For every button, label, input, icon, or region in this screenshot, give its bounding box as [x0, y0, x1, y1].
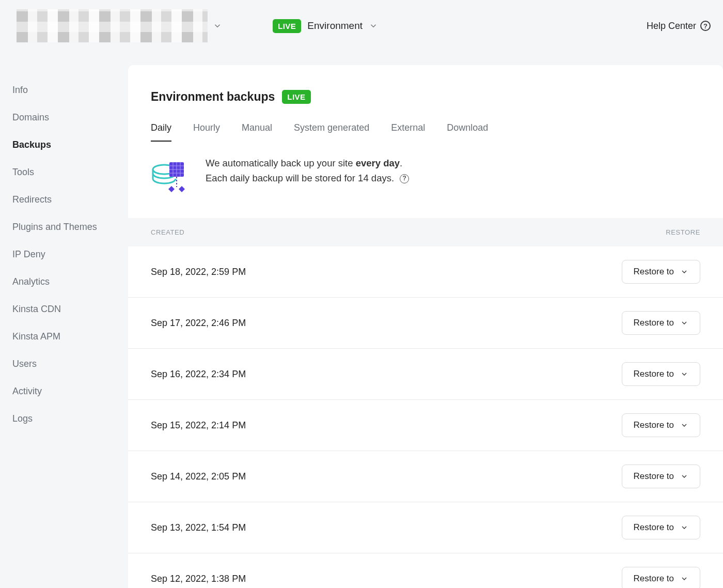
- environment-label: Environment: [307, 20, 363, 32]
- chevron-down-icon: [680, 268, 688, 276]
- sidebar: InfoDomainsBackupsToolsRedirectsPlugins …: [0, 52, 128, 588]
- live-badge: LIVE: [273, 19, 301, 33]
- backup-created: Sep 14, 2022, 2:05 PM: [151, 471, 246, 482]
- backup-created: Sep 15, 2022, 2:14 PM: [151, 420, 246, 431]
- help-icon: ?: [700, 21, 711, 31]
- chevron-down-icon: [680, 523, 688, 532]
- backup-created: Sep 13, 2022, 1:54 PM: [151, 522, 246, 533]
- table-row: Sep 16, 2022, 2:34 PMRestore to: [128, 349, 723, 400]
- help-center-label: Help Center: [647, 21, 696, 32]
- environment-switcher[interactable]: LIVE Environment: [273, 19, 378, 33]
- sidebar-item-info[interactable]: Info: [12, 76, 128, 104]
- backup-created: Sep 18, 2022, 2:59 PM: [151, 267, 246, 277]
- restore-to-button[interactable]: Restore to: [622, 567, 700, 588]
- sidebar-item-users[interactable]: Users: [12, 350, 128, 378]
- table-row: Sep 14, 2022, 2:05 PMRestore to: [128, 451, 723, 502]
- restore-button-label: Restore to: [634, 471, 674, 482]
- site-name-redacted: [17, 9, 208, 42]
- restore-button-label: Restore to: [634, 574, 674, 584]
- backups-table: CREATED RESTORE Sep 18, 2022, 2:59 PMRes…: [128, 218, 723, 588]
- restore-button-label: Restore to: [634, 267, 674, 277]
- site-switcher[interactable]: [12, 4, 226, 48]
- tabs: DailyHourlyManualSystem generatedExterna…: [151, 122, 700, 142]
- backup-created: Sep 12, 2022, 1:38 PM: [151, 574, 246, 584]
- sidebar-item-apm[interactable]: Kinsta APM: [12, 323, 128, 350]
- live-badge: LIVE: [282, 90, 310, 104]
- help-icon[interactable]: ?: [400, 174, 409, 183]
- restore-to-button[interactable]: Restore to: [622, 465, 700, 488]
- sidebar-item-ipdeny[interactable]: IP Deny: [12, 241, 128, 268]
- info-line1-bold: every day: [356, 158, 400, 168]
- chevron-down-icon: [369, 21, 378, 30]
- chevron-down-icon: [680, 472, 688, 481]
- tab-system-generated[interactable]: System generated: [294, 122, 369, 142]
- info-line1-prefix: We automatically back up your site: [206, 158, 356, 168]
- sidebar-item-activity[interactable]: Activity: [12, 378, 128, 405]
- tab-hourly[interactable]: Hourly: [193, 122, 220, 142]
- chevron-down-icon: [680, 575, 688, 583]
- restore-to-button[interactable]: Restore to: [622, 311, 700, 335]
- info-text: We automatically back up your site every…: [206, 156, 409, 185]
- sidebar-item-logs[interactable]: Logs: [12, 405, 128, 432]
- svg-marker-11: [179, 186, 185, 192]
- restore-to-button[interactable]: Restore to: [622, 362, 700, 386]
- restore-button-label: Restore to: [634, 522, 674, 533]
- page-title: Environment backups: [151, 90, 275, 104]
- sidebar-item-cdn[interactable]: Kinsta CDN: [12, 296, 128, 323]
- table-row: Sep 13, 2022, 1:54 PMRestore to: [128, 502, 723, 553]
- tab-manual[interactable]: Manual: [242, 122, 272, 142]
- tab-external[interactable]: External: [391, 122, 425, 142]
- svg-marker-10: [168, 186, 175, 192]
- chevron-down-icon: [213, 21, 222, 30]
- top-bar: LIVE Environment Help Center ?: [0, 0, 723, 52]
- tab-daily[interactable]: Daily: [151, 122, 171, 142]
- restore-button-label: Restore to: [634, 318, 674, 328]
- chevron-down-icon: [680, 370, 688, 378]
- col-created: CREATED: [151, 228, 184, 236]
- restore-button-label: Restore to: [634, 369, 674, 379]
- sidebar-item-tools[interactable]: Tools: [12, 159, 128, 186]
- chevron-down-icon: [680, 421, 688, 429]
- info-line1-suffix: .: [400, 158, 402, 168]
- table-header: CREATED RESTORE: [128, 218, 723, 246]
- table-row: Sep 12, 2022, 1:38 PMRestore to: [128, 553, 723, 588]
- help-center-link[interactable]: Help Center ?: [647, 21, 711, 32]
- backup-created: Sep 17, 2022, 2:46 PM: [151, 318, 246, 329]
- chevron-down-icon: [680, 319, 688, 327]
- sidebar-item-redirects[interactable]: Redirects: [12, 186, 128, 213]
- sidebar-item-plugins[interactable]: Plugins and Themes: [12, 213, 128, 241]
- restore-to-button[interactable]: Restore to: [622, 516, 700, 539]
- info-line2: Each daily backup will be stored for 14 …: [206, 173, 394, 183]
- sidebar-item-backups[interactable]: Backups: [12, 131, 128, 159]
- main-panel: Environment backups LIVE DailyHourlyManu…: [128, 65, 723, 588]
- sidebar-item-domains[interactable]: Domains: [12, 104, 128, 131]
- restore-to-button[interactable]: Restore to: [622, 260, 700, 284]
- restore-button-label: Restore to: [634, 420, 674, 430]
- backup-schedule-icon: [151, 156, 187, 193]
- backup-created: Sep 16, 2022, 2:34 PM: [151, 369, 246, 380]
- layout: InfoDomainsBackupsToolsRedirectsPlugins …: [0, 52, 723, 588]
- tab-download[interactable]: Download: [447, 122, 488, 142]
- col-restore: RESTORE: [666, 228, 700, 236]
- sidebar-item-analytics[interactable]: Analytics: [12, 268, 128, 296]
- table-row: Sep 15, 2022, 2:14 PMRestore to: [128, 400, 723, 451]
- table-row: Sep 17, 2022, 2:46 PMRestore to: [128, 298, 723, 349]
- table-row: Sep 18, 2022, 2:59 PMRestore to: [128, 246, 723, 298]
- restore-to-button[interactable]: Restore to: [622, 413, 700, 437]
